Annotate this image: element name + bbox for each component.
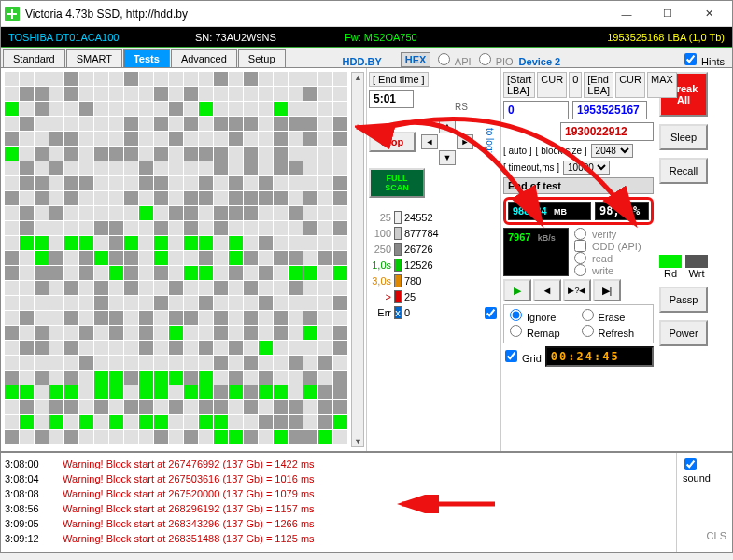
grid-cell [35,236,49,250]
recall-button[interactable]: Recall [659,158,708,184]
endlba-input[interactable] [572,101,647,119]
grid-cell [5,266,19,280]
pio-radio[interactable]: PIO [477,53,514,67]
grid-cell [64,176,78,190]
grid-cell [169,356,183,370]
endtime-input[interactable] [369,90,414,108]
odd-checkbox[interactable] [574,240,586,252]
timeout-select[interactable]: 10000 [563,161,610,175]
minimize-button[interactable]: — [607,3,646,25]
sound-checkbox[interactable]: sound [683,461,711,483]
grid-cell [154,132,168,146]
fullscan-button[interactable]: FULL SCAN [369,168,425,198]
hddby-link[interactable]: HDD.BY [343,56,382,67]
grid-cell [169,341,183,355]
grid-cell [109,371,123,385]
grid-cell [289,356,303,370]
dpad-left[interactable]: ◄ [421,134,438,149]
dpad-up[interactable]: ▲ [439,119,456,133]
play-button[interactable]: ▶ [503,279,531,301]
dpad-right[interactable]: ► [457,134,473,149]
remap-radio[interactable]: Remap [508,325,578,339]
device-selector[interactable]: Device 2 [519,56,561,67]
tab-smart[interactable]: SMART [66,49,122,67]
grid-cell [169,117,183,131]
blocksize-select[interactable]: 2048 [591,144,633,158]
dpad-down[interactable]: ▼ [439,150,456,165]
grid-cell [303,266,317,280]
grid-cell [79,281,93,295]
grid-cell [79,221,93,235]
hints-checkbox[interactable]: Hints [683,53,725,67]
tab-setup[interactable]: Setup [238,49,286,67]
close-button[interactable]: ✕ [689,3,728,25]
kbs-display: 7967 kB/s [503,228,569,276]
grid-cell [274,236,288,250]
grid-cell [214,147,228,161]
write-radio[interactable] [574,264,586,276]
grid-cell [20,385,34,399]
sleep-button[interactable]: Sleep [659,124,708,150]
grid-cell [229,72,243,86]
grid-cell [94,371,108,385]
verify-radio[interactable] [574,228,586,240]
grid-scrollbar[interactable] [351,72,364,447]
power-button[interactable]: Power [659,320,708,346]
grid-cell [64,311,78,325]
rs-label: RS [455,102,468,112]
tab-advanced[interactable]: Advanced [171,49,237,67]
grid-cell [139,371,153,385]
grid-cell [35,117,49,131]
position-display [560,122,654,141]
grid-cell [214,72,228,86]
grid-cell [154,311,168,325]
stop-button[interactable]: Stop [369,132,416,152]
hex-button[interactable]: HEX [401,52,431,67]
read-radio[interactable] [574,252,586,264]
grid-cell [20,206,34,220]
tab-standard[interactable]: Standard [3,49,65,67]
grid-cell [109,161,123,175]
erase-radio[interactable]: Erase [580,309,650,323]
legend-3s [394,274,402,287]
grid-cell [259,326,273,340]
cls-button[interactable]: CLS [683,530,726,541]
grid-cell [333,87,347,101]
grid-cell [49,371,63,385]
grid-checkbox[interactable]: Grid [503,350,542,364]
grid-cell [289,117,303,131]
refresh-radio[interactable]: Refresh [580,325,650,339]
api-radio[interactable]: API [436,53,471,67]
maximize-button[interactable]: ☐ [648,3,687,25]
grid-cell [154,87,168,101]
grid-cell [35,281,49,295]
grid-cell [318,102,332,116]
startlba-input[interactable] [503,101,569,119]
grid-cell [289,176,303,190]
grid-cell [229,191,243,205]
grid-cell [139,430,153,444]
grid-cell [124,356,138,370]
skipend-button[interactable]: ▶| [593,279,621,301]
grid-cell [289,221,303,235]
grid-cell [124,102,138,116]
tab-tests[interactable]: Tests [123,49,170,67]
grid-cell [49,176,63,190]
grid-cell [139,251,153,265]
grid-cell [199,161,213,175]
grid-cell [139,161,153,175]
grid-cell [154,72,168,86]
grid-cell [94,132,108,146]
rewind-button[interactable]: ◄ [533,279,561,301]
grid-cell [139,296,153,310]
ignore-radio[interactable]: Ignore [508,309,578,323]
grid-cell [94,176,108,190]
random-button[interactable]: ▶?◀ [563,279,591,301]
passp-button[interactable]: Passp [659,287,708,313]
grid-cell [109,221,123,235]
grid-cell [79,251,93,265]
grid-cell [154,147,168,161]
err-checkbox[interactable] [485,307,497,319]
grid-cell [318,341,332,355]
endoftest-dropdown[interactable]: End of test [503,177,654,194]
